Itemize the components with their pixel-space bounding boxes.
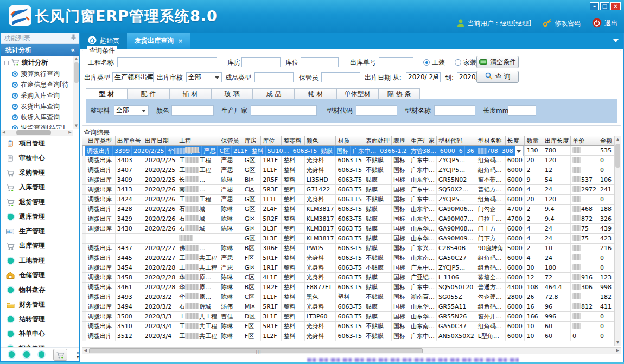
table-row[interactable]: 调拨出库34292020/2/26石城陈琳G区5R2F整料KLM38176063… bbox=[82, 214, 614, 224]
column-header-膜厚[interactable]: 膜厚 bbox=[392, 136, 409, 145]
radio-gongzhuang[interactable]: 工装 bbox=[423, 57, 445, 68]
tab-close-icon[interactable]: × bbox=[178, 37, 183, 44]
close-button[interactable]: × bbox=[610, 2, 621, 10]
scroll-up-icon[interactable]: ▲ bbox=[615, 136, 621, 143]
tab-shipment-query[interactable]: 发货出库查询 × bbox=[127, 33, 190, 49]
outbound-type-select[interactable]: 生产领料出库 bbox=[112, 72, 154, 82]
column-header-出库长度[interactable]: 出库长度 bbox=[543, 136, 570, 145]
dot-icon[interactable] bbox=[9, 351, 15, 358]
length-input[interactable] bbox=[508, 105, 536, 116]
table-row[interactable]: 调拨出库34092020/2/25长…陈琳B区2R5F整料LI35HD6063-… bbox=[82, 175, 614, 185]
material-tab-成品[interactable]: 成 品 bbox=[253, 88, 295, 99]
sidebar-item-入库管理[interactable]: 入库管理 bbox=[1, 180, 79, 195]
sidebar-item-退货管理[interactable]: 退货管理 bbox=[1, 195, 79, 209]
sidebar-item-审核中心[interactable]: 审核中心 bbox=[1, 151, 79, 165]
table-row[interactable]: 调拨出库34032020/2/25工工程严思G区1R1F整料光身料6063-T5… bbox=[82, 156, 614, 165]
sidebar-item-物料盘存[interactable]: 物料盘存 bbox=[1, 283, 79, 297]
table-row[interactable]: 调拨出库34282020/2/26石城陈琳G区2L4F整料KLM38176063… bbox=[82, 205, 614, 214]
column-header-材质[interactable]: 材质 bbox=[336, 136, 364, 145]
column-header-库房[interactable]: 库房 bbox=[243, 136, 261, 145]
sidebar-item-出库管理[interactable]: 出库管理 bbox=[1, 239, 79, 253]
table-row[interactable]: G区3L3F整料KLM38176063-T5贴膜国标山东华…GA90M09…门下… bbox=[82, 234, 614, 244]
scroll-down-icon[interactable]: ▼ bbox=[73, 123, 79, 129]
change-password-button[interactable]: 修改密码 bbox=[543, 18, 581, 29]
product-type-input[interactable] bbox=[254, 72, 294, 82]
logout-button[interactable]: 退出 bbox=[592, 18, 617, 29]
column-header-出库单号[interactable]: 出库单号 bbox=[115, 136, 143, 145]
tree-item-采购入库查询[interactable]: 采购入库查询 bbox=[2, 90, 73, 101]
table-row[interactable]: 调拨出库34072020/2/25工工程严思G区1L1F整料光身料6063-T5… bbox=[82, 165, 614, 175]
keeper-input[interactable] bbox=[321, 72, 360, 82]
date-from-select[interactable]: 2020/ 2/16 bbox=[406, 72, 441, 82]
tree-item-预算执行查询[interactable]: 预算执行查询 bbox=[2, 68, 73, 79]
search-button[interactable]: 查 询 bbox=[476, 71, 519, 83]
order-no-input[interactable] bbox=[379, 57, 413, 67]
scroll-left-icon[interactable]: ◀ bbox=[1, 130, 7, 136]
table-row[interactable]: 调拨出库33992020/2/25华原…严思C区2L1F整料SU10…6063-… bbox=[82, 146, 524, 156]
table-row[interactable]: 调拨出库34302020/2/26石城陈琳G区3L3F整料KLM38176063… bbox=[82, 224, 614, 234]
table-row[interactable]: 调拨出库34942020/3/2石辉城汤伟M区5R1F整料光身料6063-T5贴… bbox=[82, 302, 614, 312]
column-header-数量[interactable]: 数量 bbox=[525, 136, 543, 145]
grid-vertical-scrollbar[interactable]: ▲ ▼ bbox=[614, 136, 621, 346]
maximize-button[interactable]: □ bbox=[600, 2, 609, 10]
sidebar-section-stats[interactable]: 统计分析 « bbox=[1, 44, 79, 56]
table-row[interactable]: 调拨出库34452020/2/27工共工程严思F区5R1F整料光身料6063-T… bbox=[82, 253, 614, 263]
scroll-left-icon[interactable]: ◀ bbox=[82, 348, 88, 354]
column-header-库位[interactable]: 库位 bbox=[261, 136, 282, 145]
tree-expander-icon[interactable] bbox=[4, 61, 9, 65]
clear-conditions-button[interactable]: 清空条件 bbox=[476, 56, 519, 68]
material-tab-配件[interactable]: 配 件 bbox=[128, 88, 169, 99]
pin-icon[interactable] bbox=[71, 34, 76, 42]
code-input[interactable] bbox=[356, 105, 397, 116]
sidebar-item-财务管理[interactable]: 财务管理 bbox=[1, 297, 79, 312]
column-header-整零料[interactable]: 整零料 bbox=[282, 136, 304, 145]
column-header-单价[interactable]: 单价 bbox=[570, 136, 598, 145]
sidebar-item-项目管理[interactable]: 项目管理 bbox=[1, 136, 79, 151]
sidebar-item-生产管理[interactable]: 生产管理 bbox=[1, 224, 79, 239]
maker-input[interactable] bbox=[251, 105, 317, 116]
tree-item-退货查询[待定][interactable]: 退货查询[待定] bbox=[2, 123, 73, 129]
tree-horizontal-scrollbar[interactable]: ◀ ▶ bbox=[1, 130, 73, 136]
minimize-button[interactable]: – bbox=[590, 2, 599, 10]
sidebar-item-退库管理[interactable]: 退库管理 bbox=[1, 209, 79, 224]
sidebar-item-结转管理[interactable]: 结转管理 bbox=[1, 312, 79, 327]
scroll-thumb[interactable] bbox=[615, 144, 620, 168]
collapse-icon[interactable]: « bbox=[71, 46, 75, 54]
tree-vertical-scrollbar[interactable]: ▲ ▼ bbox=[73, 56, 79, 129]
column-header-金额[interactable]: 金额 bbox=[598, 136, 614, 145]
table-row[interactable]: 调拨出库34242020/2/26工工程严思G区1L1F整料光身料6063-T5… bbox=[82, 195, 614, 205]
column-header-保管员[interactable]: 保管员 bbox=[219, 136, 243, 145]
column-header-工程[interactable]: 工程 bbox=[177, 136, 219, 145]
dot-icon[interactable] bbox=[39, 351, 44, 358]
tree-root-stats[interactable]: 统计分析 bbox=[2, 57, 73, 68]
material-tab-玻璃[interactable]: 玻 璃 bbox=[211, 88, 253, 99]
table-row[interactable]: 调拨出库34612020/2/28华原…陈琳B区1R2F整料F8877FT606… bbox=[82, 283, 614, 292]
column-header-生产厂家[interactable]: 生产厂家 bbox=[409, 136, 436, 145]
sidebar-item-补单中心[interactable]: 补单中心 bbox=[1, 327, 79, 341]
audit-select[interactable]: 全部 bbox=[186, 72, 222, 82]
column-header-型材代码[interactable]: 型材代码 bbox=[436, 136, 476, 145]
column-header-颜色[interactable]: 颜色 bbox=[304, 136, 336, 145]
radio-jiazhuang[interactable]: 家装 bbox=[455, 57, 476, 68]
table-row[interactable]: 调拨出库35102020/3/4工共工程陈琳F区5R1F整料光身料6063-T5… bbox=[82, 322, 614, 331]
material-tab-单体型材[interactable]: 单体型材 bbox=[336, 88, 378, 99]
sidebar-item-报废管理[interactable]: 报废管理 bbox=[1, 341, 79, 347]
column-header-出库类型[interactable]: 出库类型 bbox=[86, 136, 116, 145]
table-row[interactable]: 调拨出库34132020/2/26南…严思C区5R3F整料G714226063-… bbox=[82, 185, 614, 195]
material-tab-型材[interactable]: 型 材 bbox=[86, 88, 128, 99]
sidebar-item-仓储管理[interactable]: 仓储管理 bbox=[1, 268, 79, 283]
footer-more-button[interactable]: »▾ bbox=[76, 350, 79, 359]
column-header-型材名称[interactable]: 型材名称 bbox=[476, 136, 505, 145]
table-row[interactable]: 调拨出库34932020/3/2华原…陈琳C区1L1F整料黑色塑料不贴膜国标湖南… bbox=[82, 292, 614, 302]
grid-horizontal-scrollbar[interactable]: ◀ ||| ▶ bbox=[82, 347, 621, 354]
location-input[interactable] bbox=[301, 57, 339, 67]
scroll-right-icon[interactable]: ▶ bbox=[67, 130, 73, 136]
scroll-down-icon[interactable]: ▼ bbox=[615, 339, 621, 346]
name-input[interactable] bbox=[434, 105, 475, 116]
column-header-表面处理[interactable]: 表面处理 bbox=[364, 136, 392, 145]
tab-overflow-icon[interactable] bbox=[613, 39, 619, 42]
cart-footer-button[interactable] bbox=[53, 349, 67, 361]
scroll-thumb[interactable] bbox=[74, 62, 79, 83]
color-input[interactable] bbox=[171, 105, 214, 116]
dot-icon[interactable] bbox=[23, 351, 29, 358]
